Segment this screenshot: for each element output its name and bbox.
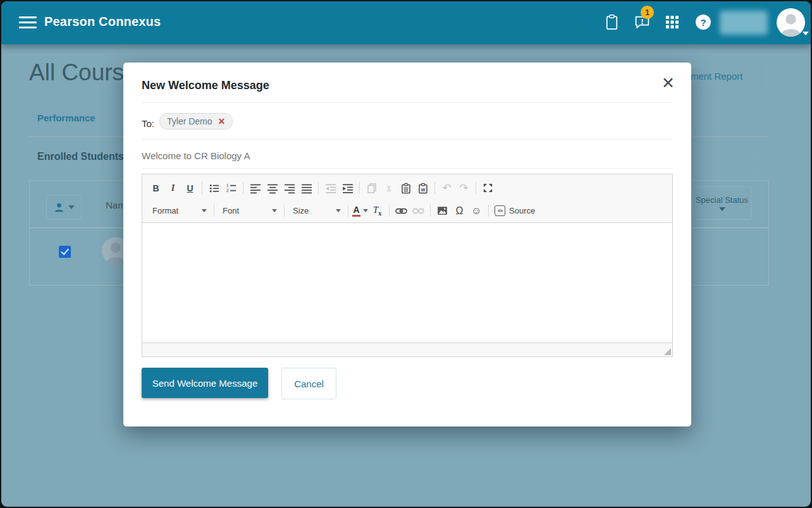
recipient-chip: Tyler Demo ✕ — [159, 113, 233, 130]
account-menu-chevron-icon[interactable] — [803, 32, 809, 35]
special-status-label: Special Status — [696, 195, 748, 205]
bold-button[interactable]: B — [147, 180, 164, 196]
new-welcome-message-dialog: New Welcome Message ✕ To: Tyler Demo ✕ W… — [123, 63, 691, 426]
smiley-icon[interactable]: ☺ — [468, 203, 485, 219]
italic-button[interactable]: I — [164, 180, 181, 196]
enrolled-students-heading: Enrolled Students — [37, 151, 124, 162]
align-right-icon[interactable] — [281, 180, 298, 196]
app-title: Pearson Connexus — [44, 15, 161, 29]
chevron-down-icon — [363, 209, 368, 212]
send-welcome-message-button[interactable]: Send Welcome Message — [142, 368, 268, 398]
subject-field[interactable]: Welcome to CR Biology A — [142, 150, 250, 161]
remove-recipient-icon[interactable]: ✕ — [218, 116, 226, 126]
notification-badge: 1 — [641, 6, 654, 19]
svg-text:1: 1 — [226, 183, 229, 188]
editor-content-area[interactable] — [142, 223, 672, 342]
format-dropdown[interactable]: Format — [147, 203, 211, 219]
cut-icon: ✂ — [380, 180, 397, 196]
cancel-button[interactable]: Cancel — [281, 368, 336, 399]
outdent-icon — [322, 180, 339, 196]
apps-grid-icon[interactable] — [663, 13, 681, 31]
svg-text:W: W — [421, 187, 425, 191]
insert-image-icon[interactable] — [434, 203, 451, 219]
remove-format-button[interactable]: Tx — [369, 203, 386, 219]
special-status-filter-button[interactable]: Special Status — [692, 186, 751, 220]
clipboard-icon[interactable] — [603, 13, 620, 31]
paste-from-word-icon[interactable]: W — [414, 180, 431, 196]
resize-handle[interactable] — [664, 348, 671, 355]
dialog-title: New Welcome Message — [142, 79, 269, 92]
numbered-list-icon[interactable]: 1 2 — [223, 180, 240, 196]
font-dropdown[interactable]: Font — [218, 203, 281, 219]
copy-icon — [363, 180, 380, 196]
paste-icon[interactable] — [397, 180, 414, 196]
rich-text-editor: B I U 1 2 — [142, 174, 673, 357]
help-icon[interactable]: ? — [694, 13, 712, 31]
editor-status-bar — [142, 342, 672, 356]
indent-icon[interactable] — [339, 180, 356, 196]
editor-toolbar: B I U 1 2 — [142, 174, 672, 223]
chevron-down-icon — [336, 209, 341, 212]
tab-performance[interactable]: Performance — [37, 112, 95, 123]
align-left-icon[interactable] — [247, 180, 264, 196]
bulleted-list-icon[interactable] — [206, 180, 223, 196]
special-character-button[interactable]: Ω — [451, 203, 468, 219]
recipient-name: Tyler Demo — [167, 116, 212, 126]
link-icon[interactable] — [393, 203, 410, 219]
maximize-icon[interactable] — [479, 180, 496, 196]
account-avatar[interactable] — [777, 8, 805, 37]
person-icon — [53, 202, 65, 214]
underline-button[interactable]: U — [181, 180, 199, 196]
undo-icon: ↶ — [438, 180, 455, 196]
chevron-down-icon — [719, 207, 725, 211]
chevron-down-icon — [68, 205, 75, 209]
redo-icon: ↷ — [455, 180, 472, 196]
unlink-icon — [410, 203, 427, 219]
size-dropdown[interactable]: Size — [288, 203, 345, 219]
app-viewport: All Courses Performance Enrollment Repor… — [1, 1, 811, 507]
chevron-down-icon — [202, 209, 207, 212]
user-name-redacted[interactable] — [720, 11, 768, 35]
top-app-bar: Pearson Connexus 1 ? — [1, 1, 811, 44]
close-icon[interactable]: ✕ — [661, 75, 675, 91]
align-center-icon[interactable] — [264, 180, 281, 196]
align-justify-icon[interactable] — [298, 180, 315, 196]
hamburger-menu-icon[interactable] — [19, 16, 37, 29]
source-button[interactable]: <> Source — [492, 203, 538, 219]
source-code-icon: <> — [495, 205, 505, 216]
select-students-dropdown-button[interactable] — [46, 195, 82, 220]
to-label: To: — [142, 118, 154, 129]
svg-text:2: 2 — [226, 188, 229, 193]
row-checkbox-checked[interactable] — [59, 246, 71, 258]
chevron-down-icon — [272, 209, 277, 212]
text-color-button[interactable]: A — [352, 203, 369, 219]
